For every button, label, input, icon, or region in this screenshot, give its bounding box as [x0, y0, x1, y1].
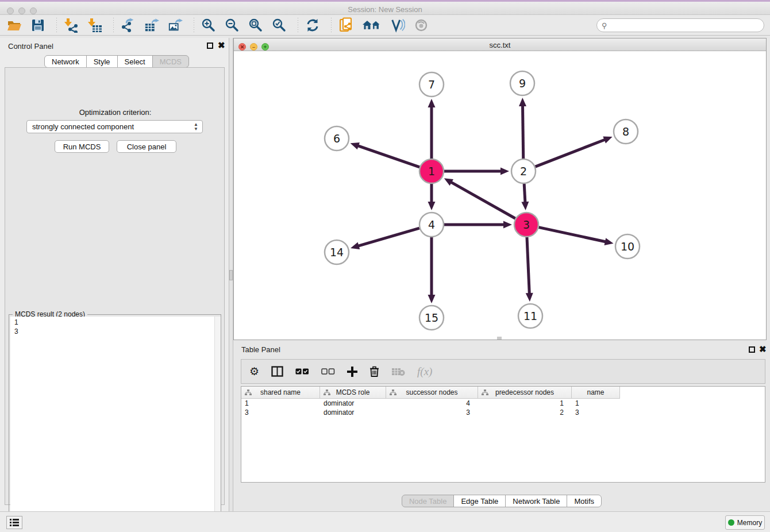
graph-edge-2-8[interactable]: [536, 136, 613, 167]
column-header-successor-nodes[interactable]: successor nodes: [386, 387, 478, 399]
network-window-titlebar[interactable]: ✕–+ scc.txt: [234, 38, 766, 51]
function-builder-button[interactable]: f(x): [417, 365, 432, 378]
node-label: 10: [621, 240, 634, 253]
open-session-button[interactable]: [7, 18, 22, 33]
table-settings-button[interactable]: ⚙: [249, 365, 259, 378]
cell-mcds-role[interactable]: dominator: [320, 408, 386, 417]
column-header-shared-name[interactable]: shared name: [241, 387, 320, 399]
graph-node-6[interactable]: 6: [325, 126, 349, 151]
graph-node-2[interactable]: 2: [511, 159, 536, 183]
column-header-mcds-role[interactable]: MCDS role: [320, 387, 386, 399]
show-column-button[interactable]: [271, 366, 283, 377]
delete-table-button[interactable]: [391, 367, 405, 376]
hide-panel-button[interactable]: [414, 18, 429, 33]
memory-button[interactable]: Memory: [725, 515, 765, 530]
export-network-button[interactable]: [121, 18, 136, 33]
cell-shared-name[interactable]: 3: [241, 408, 320, 417]
table-row[interactable]: 1 dominator 4 1 1: [241, 399, 765, 408]
mcds-result-text[interactable]: 1 3: [10, 317, 221, 531]
split-divider-handle[interactable]: [229, 270, 233, 280]
select-all-button[interactable]: [295, 368, 309, 375]
network-resize-handle[interactable]: [497, 337, 502, 340]
graph-edge-1-4[interactable]: [428, 184, 436, 210]
table-row[interactable]: 3 dominator 3 2 3: [241, 408, 765, 417]
window-titlebar[interactable]: Session: New Session: [0, 2, 770, 15]
graph-edge-2-9[interactable]: [519, 98, 526, 159]
tab-network-table[interactable]: Network Table: [505, 495, 567, 507]
graph-node-1[interactable]: 1: [419, 159, 444, 183]
cell-successor-nodes[interactable]: 3: [386, 408, 478, 417]
graph-node-7[interactable]: 7: [419, 72, 444, 97]
graph-node-14[interactable]: 14: [325, 240, 349, 264]
tab-select[interactable]: Select: [117, 55, 153, 68]
zoom-in-button[interactable]: [201, 18, 216, 33]
save-session-button[interactable]: [30, 18, 45, 33]
graph-node-4[interactable]: 4: [419, 213, 444, 237]
float-table-panel-icon[interactable]: [749, 346, 755, 353]
graph-edge-1-7[interactable]: [428, 99, 436, 159]
home-button[interactable]: [362, 18, 382, 33]
tab-style[interactable]: Style: [86, 55, 118, 68]
tab-mcds[interactable]: MCDS: [152, 55, 189, 68]
float-panel-icon[interactable]: [207, 43, 213, 49]
zoom-fit-button[interactable]: [248, 18, 263, 33]
cell-mcds-role[interactable]: dominator: [320, 399, 386, 408]
graph-edge-2-3[interactable]: [521, 184, 529, 210]
add-row-button[interactable]: [347, 367, 357, 377]
close-table-panel-icon[interactable]: ✖: [759, 346, 767, 352]
graph-node-15[interactable]: 15: [419, 306, 444, 330]
graph-node-3[interactable]: 3: [514, 213, 538, 237]
graph-node-8[interactable]: 8: [614, 119, 638, 144]
tab-network[interactable]: Network: [44, 55, 87, 68]
cell-successor-nodes[interactable]: 4: [386, 399, 478, 408]
network-canvas[interactable]: 7968124314101511: [234, 51, 766, 340]
import-table-button[interactable]: [87, 18, 102, 33]
close-panel-icon[interactable]: ✖: [218, 42, 225, 48]
node-label: 14: [330, 246, 344, 259]
column-header-name[interactable]: name: [572, 387, 620, 399]
edge-arrowhead-icon: [503, 221, 512, 229]
tab-edge-table[interactable]: Edge Table: [453, 495, 506, 507]
search-box[interactable]: ⚲: [596, 18, 764, 32]
zoom-out-button[interactable]: [225, 18, 240, 33]
tab-node-table[interactable]: Node Table: [402, 495, 455, 507]
import-table-icon: [87, 18, 102, 33]
export-image-button[interactable]: [168, 18, 183, 33]
checked-boxes-icon: [295, 368, 309, 375]
network-file-button[interactable]: [338, 18, 353, 33]
column-header-predecessor-nodes[interactable]: predecessor nodes: [478, 387, 572, 399]
tab-motifs[interactable]: Motifs: [567, 495, 602, 507]
graph-edge-4-14[interactable]: [351, 228, 419, 249]
graph-edge-1-2[interactable]: [444, 168, 509, 175]
graph-edge-3-10[interactable]: [539, 228, 614, 245]
node-table[interactable]: shared name MCDS role successor nodes pr…: [241, 386, 765, 483]
graph-node-9[interactable]: 9: [510, 71, 534, 95]
graph-edge-4-3[interactable]: [444, 221, 512, 229]
control-panel-header: Control Panel ✖: [0, 38, 229, 54]
delete-row-button[interactable]: [369, 366, 379, 377]
refresh-view-button[interactable]: [305, 18, 320, 33]
zoom-selected-button[interactable]: [272, 18, 287, 33]
close-panel-button[interactable]: Close panel: [117, 140, 176, 153]
cell-name[interactable]: 3: [572, 408, 620, 417]
search-input[interactable]: [610, 21, 753, 29]
criterion-dropdown[interactable]: strongly connected component ▲▼: [26, 120, 203, 133]
vizmapper-button[interactable]: [390, 18, 405, 33]
cell-name[interactable]: 1: [572, 399, 620, 408]
graph-edge-4-15[interactable]: [428, 237, 436, 303]
node-label: 7: [428, 78, 435, 91]
cell-predecessor-nodes[interactable]: 2: [478, 408, 572, 417]
task-history-button[interactable]: [6, 516, 22, 529]
graph-edge-1-6[interactable]: [351, 142, 420, 167]
cell-predecessor-nodes[interactable]: 1: [478, 399, 572, 408]
graph-node-10[interactable]: 10: [615, 234, 640, 259]
run-mcds-button[interactable]: Run MCDS: [55, 140, 109, 153]
graph-edge-3-1[interactable]: [444, 178, 515, 218]
export-table-button[interactable]: [144, 18, 159, 33]
graph-edge-3-11[interactable]: [526, 237, 533, 302]
mcds-result-scrollbar[interactable]: [214, 317, 221, 531]
import-network-button[interactable]: [64, 18, 79, 33]
cell-shared-name[interactable]: 1: [241, 399, 320, 408]
deselect-all-button[interactable]: [321, 368, 335, 375]
graph-node-11[interactable]: 11: [518, 304, 542, 328]
